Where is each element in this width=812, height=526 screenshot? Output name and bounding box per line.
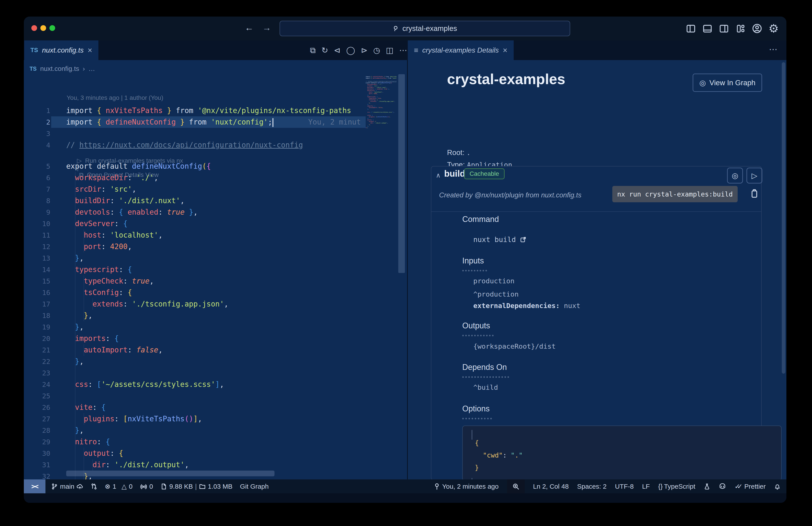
code-line-31[interactable]: dir: './dist/.output', xyxy=(66,459,189,471)
line-number[interactable]: 12 xyxy=(24,241,50,252)
line-number[interactable]: 15 xyxy=(24,275,50,287)
line-number[interactable]: 30 xyxy=(24,447,50,459)
line-number[interactable]: 19 xyxy=(24,321,50,333)
code-line-1[interactable]: import { nxViteTsPaths } from '@nx/vite/… xyxy=(66,105,351,116)
close-tab-icon[interactable]: × xyxy=(88,46,92,55)
line-number[interactable]: 20 xyxy=(24,333,50,344)
remote-indicator[interactable]: >< xyxy=(24,479,45,493)
more-actions-icon[interactable]: ⋯ xyxy=(769,44,777,54)
git-branch-item[interactable]: main xyxy=(51,483,83,490)
line-number[interactable]: 11 xyxy=(24,229,50,241)
split-editor-icon[interactable]: ◫ xyxy=(386,46,393,55)
ports-item[interactable]: 0 xyxy=(140,483,153,490)
code-line-14[interactable]: typescript: { xyxy=(66,264,132,275)
line-number[interactable]: 26 xyxy=(24,402,50,413)
line-number[interactable]: 16 xyxy=(24,287,50,298)
history-back-icon[interactable]: ← xyxy=(245,23,253,33)
toggle-secondary-sidebar-icon[interactable] xyxy=(718,22,730,35)
nav-forward-icon[interactable]: ⊳ xyxy=(361,46,367,55)
toggle-primary-sidebar-icon[interactable] xyxy=(685,22,697,35)
code-line-28[interactable]: }, xyxy=(66,425,84,436)
line-number[interactable]: 22 xyxy=(24,356,50,367)
line-number[interactable]: 8 xyxy=(24,195,50,207)
line-number[interactable]: 3 xyxy=(24,128,50,139)
settings-gear-icon[interactable]: ⚙ xyxy=(767,22,780,35)
line-number[interactable]: 23 xyxy=(24,367,50,379)
code-line-7[interactable]: srcDir: 'src', xyxy=(66,184,136,195)
vertical-scrollbar[interactable] xyxy=(398,74,405,273)
breadcrumb-symbol[interactable]: … xyxy=(88,65,95,72)
line-number[interactable]: 31 xyxy=(24,459,50,471)
git-compare-item[interactable] xyxy=(91,483,97,490)
code-line-27[interactable]: plugins: [nxViteTsPaths()], xyxy=(66,413,202,425)
code-line-18[interactable]: }, xyxy=(66,310,92,321)
nav-back-icon[interactable]: ⊲ xyxy=(334,46,340,55)
options-json-box[interactable]: { "cwd": "."} xyxy=(462,426,782,481)
line-number[interactable]: 24 xyxy=(24,379,50,390)
code-line-8[interactable]: buildDir: './dist/.nuxt', xyxy=(66,195,185,207)
code-editor[interactable]: You, 3 minutes ago | 1 author (You) ▷ Ru… xyxy=(24,76,366,479)
copilot-item[interactable] xyxy=(719,483,726,490)
code-line-21[interactable]: autoImport: false, xyxy=(66,344,163,356)
eol-item[interactable]: LF xyxy=(642,483,650,490)
line-number[interactable]: 27 xyxy=(24,413,50,425)
code-line-2[interactable]: import { defineNuxtConfig } from 'nuxt/c… xyxy=(66,116,361,128)
line-number[interactable]: 21 xyxy=(24,344,50,356)
view-target-in-graph-button[interactable]: ◎ xyxy=(727,168,743,184)
code-line-10[interactable]: devServer: { xyxy=(66,218,128,229)
line-number[interactable]: 9 xyxy=(24,207,50,218)
code-line-11[interactable]: host: 'localhost', xyxy=(66,229,163,241)
encoding-item[interactable]: UTF-8 xyxy=(615,483,634,490)
nav-location-icon[interactable]: ◯ xyxy=(346,46,355,55)
customize-layout-icon[interactable] xyxy=(734,22,747,35)
line-number[interactable]: 14 xyxy=(24,264,50,275)
code-line-17[interactable]: extends: './tsconfig.app.json', xyxy=(66,298,228,310)
blame-item[interactable]: You, 2 minutes ago xyxy=(434,483,499,490)
run-command-chip[interactable]: nx run crystal-examples:build xyxy=(612,186,738,202)
code-line-16[interactable]: tsConfig: { xyxy=(66,287,132,298)
account-icon[interactable] xyxy=(751,22,763,35)
maximize-window-button[interactable] xyxy=(49,25,55,31)
prettier-item[interactable]: ✓✓ Prettier xyxy=(735,483,766,490)
line-number[interactable]: 13 xyxy=(24,252,50,264)
view-in-graph-button[interactable]: ◎ View In Graph xyxy=(693,73,762,92)
code-line-20[interactable]: imports: { xyxy=(66,333,119,344)
line-number[interactable]: 2 xyxy=(24,116,50,128)
timeline-icon[interactable]: ◷ xyxy=(373,46,380,55)
file-size-item[interactable]: 9.88 KB | 1.03 MB xyxy=(160,483,232,490)
tab-nuxt-config[interactable]: TS nuxt.config.ts × xyxy=(24,40,98,60)
breadcrumb-file[interactable]: nuxt.config.ts xyxy=(40,65,79,72)
git-graph-item[interactable]: Git Graph xyxy=(240,483,269,490)
line-number[interactable]: 5 xyxy=(24,160,50,172)
line-number[interactable]: 32 xyxy=(24,471,50,479)
line-number[interactable]: 10 xyxy=(24,218,50,229)
zoom-item[interactable] xyxy=(507,479,525,493)
line-number[interactable]: 7 xyxy=(24,184,50,195)
line-number[interactable]: 18 xyxy=(24,310,50,321)
collapse-chevron-icon[interactable]: ∧ xyxy=(436,171,441,179)
language-item[interactable]: { } TypeScript xyxy=(658,483,695,490)
line-number[interactable]: 6 xyxy=(24,172,50,184)
open-changes-icon[interactable]: ⧉ xyxy=(310,46,316,55)
problems-item[interactable]: ⊗1 △0 xyxy=(105,483,133,490)
close-window-button[interactable] xyxy=(31,25,37,31)
cursor-position-item[interactable]: Ln 2, Col 48 xyxy=(533,483,569,490)
line-number[interactable]: 1 xyxy=(24,105,50,116)
close-tab-icon[interactable]: × xyxy=(503,46,508,55)
refresh-icon[interactable]: ↻ xyxy=(321,46,328,55)
more-actions-icon[interactable]: ⋯ xyxy=(399,46,407,55)
code-line-12[interactable]: port: 4200, xyxy=(66,241,132,252)
feedback-item[interactable] xyxy=(704,483,710,490)
code-line-19[interactable]: }, xyxy=(66,321,84,333)
toggle-panel-icon[interactable] xyxy=(701,22,714,35)
line-number[interactable]: 28 xyxy=(24,425,50,436)
code-line-29[interactable]: nitro: { xyxy=(66,436,110,447)
notifications-item[interactable] xyxy=(774,483,781,490)
command-value[interactable]: nuxt build xyxy=(473,236,526,244)
minimap[interactable]: import { nxViteTsPaths } from '@nx/vite/… xyxy=(366,76,396,146)
line-number[interactable]: 17 xyxy=(24,298,50,310)
run-target-button[interactable]: ▷ xyxy=(746,168,762,184)
horizontal-scrollbar[interactable] xyxy=(66,471,275,476)
code-line-26[interactable]: vite: { xyxy=(66,402,106,413)
code-line-15[interactable]: typeCheck: true, xyxy=(66,275,154,287)
